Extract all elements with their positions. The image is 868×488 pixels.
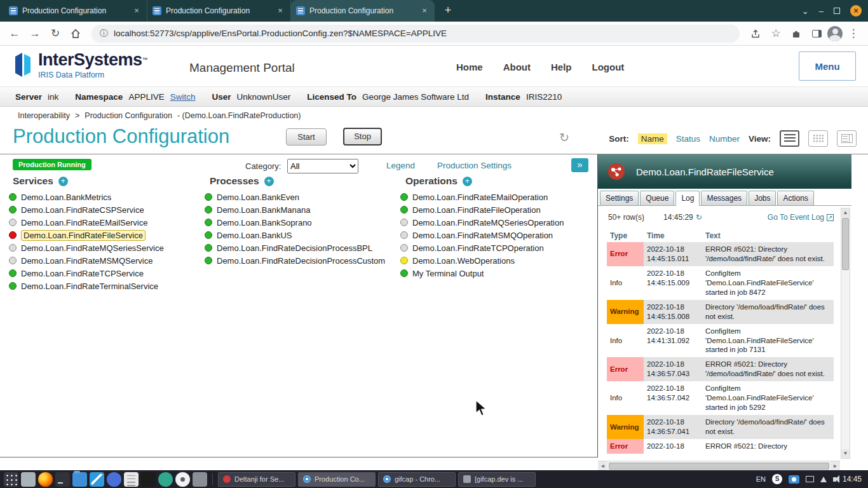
operation-name[interactable]: Demo.Loan.FindRateMQSeriesOperation	[412, 218, 564, 227]
volume-icon[interactable]	[833, 477, 836, 482]
maximize-button[interactable]	[834, 8, 840, 14]
browser-tab-active[interactable]: Production Configuration ×	[291, 0, 435, 22]
skype-icon[interactable]: S	[772, 474, 782, 484]
category-select[interactable]: All	[287, 159, 358, 173]
taskbar-window-gifcap[interactable]: gifcap - Chro...	[378, 472, 456, 487]
horizontal-scrollbar[interactable]: ◄ ►	[598, 461, 840, 471]
refresh-spinner-icon[interactable]: ↻	[559, 130, 569, 145]
log-row[interactable]: Error 2022-10-18 14:36:57.043 ERROR #502…	[607, 357, 834, 381]
log-row[interactable]: Info 2022-10-18 14:41:31.092 ConfigItem …	[607, 324, 834, 358]
log-row[interactable]: Error 2022-10-18 14:45:15.011 ERROR #502…	[607, 242, 834, 266]
vertical-scrollbar[interactable]: ▲ ▼	[841, 208, 850, 459]
operation-item[interactable]: Demo.Loan.FindRateTCPOperation	[400, 241, 564, 254]
operation-item[interactable]: Demo.Loan.WebOperations	[400, 254, 564, 267]
back-icon[interactable]: ←	[5, 24, 24, 43]
browser-tab[interactable]: Production Configuration ×	[4, 0, 147, 22]
breadcrumb-interoperability[interactable]: Interoperability	[18, 111, 70, 120]
operation-item[interactable]: Demo.Loan.FindRateMSMQOperation	[400, 229, 564, 241]
scrollbar-thumb[interactable]	[842, 218, 849, 270]
operation-name[interactable]: Demo.Loan.FindRateTCPOperation	[412, 243, 544, 253]
tab-close-icon[interactable]: ×	[419, 6, 430, 16]
process-name[interactable]: Demo.Loan.BankUS	[217, 231, 292, 240]
chromium-icon[interactable]	[107, 472, 121, 487]
scroll-right-icon[interactable]: ►	[831, 461, 840, 471]
operation-item[interactable]: Demo.Loan.FindRateEMailOperation	[400, 191, 564, 203]
terminal-icon[interactable]	[55, 472, 70, 487]
web-app-icon[interactable]	[158, 472, 173, 487]
new-tab-button[interactable]: +	[440, 3, 456, 19]
refresh-log-icon[interactable]: ↻	[696, 213, 702, 222]
tab-close-icon[interactable]: ×	[132, 6, 142, 16]
operation-name[interactable]: Demo.Loan.FindRateFileOperation	[412, 205, 541, 215]
side-panel-icon[interactable]	[807, 24, 826, 43]
display-icon[interactable]	[806, 476, 814, 482]
tab-list-chevron-icon[interactable]: ⌄	[802, 6, 809, 16]
view-split-button[interactable]	[837, 130, 857, 147]
operation-item[interactable]: My Terminal Output	[400, 267, 564, 280]
view-grid-button[interactable]	[808, 130, 828, 147]
service-name[interactable]: Demo.Loan.FindRateCSPService	[21, 205, 144, 215]
extensions-puzzle-icon[interactable]	[787, 24, 806, 43]
network-icon[interactable]	[820, 477, 827, 482]
scrollbar-thumb[interactable]	[609, 463, 829, 470]
nav-logout-link[interactable]: Logout	[592, 62, 625, 72]
operation-name[interactable]: My Terminal Output	[412, 269, 484, 278]
service-name[interactable]: Demo.Loan.BankMetrics	[21, 193, 111, 202]
process-name[interactable]: Demo.Loan.FindRateDecisionProcessBPL	[217, 243, 372, 253]
chat-app-icon[interactable]	[175, 472, 190, 487]
browser-tab[interactable]: Production Configuration ×	[147, 0, 291, 22]
service-item[interactable]: Demo.Loan.BankMetrics	[9, 191, 164, 203]
firefox-icon[interactable]	[38, 472, 53, 487]
camera-icon[interactable]	[789, 475, 799, 484]
text-editor-icon[interactable]	[124, 472, 139, 487]
taskbar-window-production[interactable]: Production Co...	[298, 472, 376, 487]
service-name[interactable]: Demo.Loan.FindRateTCPService	[21, 269, 144, 278]
stop-production-button[interactable]: Stop	[343, 128, 382, 146]
nav-home-link[interactable]: Home	[456, 62, 483, 72]
operation-item[interactable]: Demo.Loan.FindRateMQSeriesOperation	[400, 216, 564, 229]
service-name[interactable]: Demo.Loan.FindRateMQSeriesService	[21, 243, 164, 253]
add-process-icon[interactable]: +	[264, 177, 274, 186]
tab-log[interactable]: Log	[675, 191, 700, 206]
minimize-button[interactable]: –	[819, 6, 824, 16]
taskbar-window-deltanji[interactable]: Deltanji for Se...	[218, 472, 295, 487]
operation-name[interactable]: Demo.Loan.WebOperations	[412, 256, 515, 266]
service-item-selected[interactable]: Demo.Loan.FindRateFileService	[9, 229, 164, 241]
keyboard-layout[interactable]: EN	[756, 475, 766, 483]
terminal2-icon[interactable]	[141, 472, 156, 487]
service-item[interactable]: Demo.Loan.FindRateMSMQService	[9, 254, 164, 267]
add-service-icon[interactable]: +	[58, 177, 68, 186]
nav-help-link[interactable]: Help	[551, 62, 572, 72]
operation-item[interactable]: Demo.Loan.FindRateFileOperation	[400, 203, 564, 216]
operation-name[interactable]: Demo.Loan.FindRateMSMQOperation	[412, 231, 553, 240]
service-item[interactable]: Demo.Loan.FindRateCSPService	[9, 203, 164, 216]
log-header-text[interactable]: Text	[702, 229, 834, 242]
service-name[interactable]: Demo.Loan.FindRateMSMQService	[21, 256, 153, 266]
scroll-up-icon[interactable]: ▲	[841, 208, 850, 217]
add-operation-icon[interactable]: +	[463, 177, 472, 186]
show-apps-icon[interactable]	[4, 472, 18, 487]
reload-icon[interactable]: ↻	[46, 24, 65, 43]
process-name[interactable]: Demo.Loan.FindRateDecisionProcessCustom	[217, 256, 385, 266]
service-name[interactable]: Demo.Loan.FindRateTerminalService	[21, 281, 158, 291]
legend-link[interactable]: Legend	[386, 161, 415, 170]
service-item[interactable]: Demo.Loan.FindRateTCPService	[9, 267, 164, 280]
log-row[interactable]: Info 2022-10-18 14:36:57.042 ConfigItem …	[607, 381, 834, 415]
breadcrumb-page[interactable]: Production Configuration	[85, 111, 172, 120]
taskbar-window-gifcap-dev[interactable]: [gifcap.dev is ...	[458, 472, 536, 487]
log-header-time[interactable]: Time	[644, 229, 702, 242]
go-to-event-log-link[interactable]: Go To Event Log ↗	[768, 213, 834, 222]
home-icon[interactable]	[66, 24, 85, 43]
service-item[interactable]: Demo.Loan.FindRateEMailService	[9, 216, 164, 229]
sort-by-number[interactable]: Number	[709, 134, 740, 144]
tab-actions[interactable]: Actions	[777, 191, 813, 205]
view-list-button[interactable]	[780, 130, 799, 147]
switch-namespace-link[interactable]: Switch	[170, 92, 196, 102]
log-row[interactable]: Warning 2022-10-18 14:36:57.041 Director…	[607, 415, 834, 439]
forward-icon[interactable]: →	[25, 24, 44, 43]
start-production-button[interactable]: Start	[286, 128, 327, 146]
tab-close-icon[interactable]: ×	[275, 6, 285, 16]
site-info-icon[interactable]: ⓘ	[100, 28, 108, 39]
service-item[interactable]: Demo.Loan.FindRateTerminalService	[9, 280, 164, 292]
process-item[interactable]: Demo.Loan.BankEven	[205, 191, 385, 203]
